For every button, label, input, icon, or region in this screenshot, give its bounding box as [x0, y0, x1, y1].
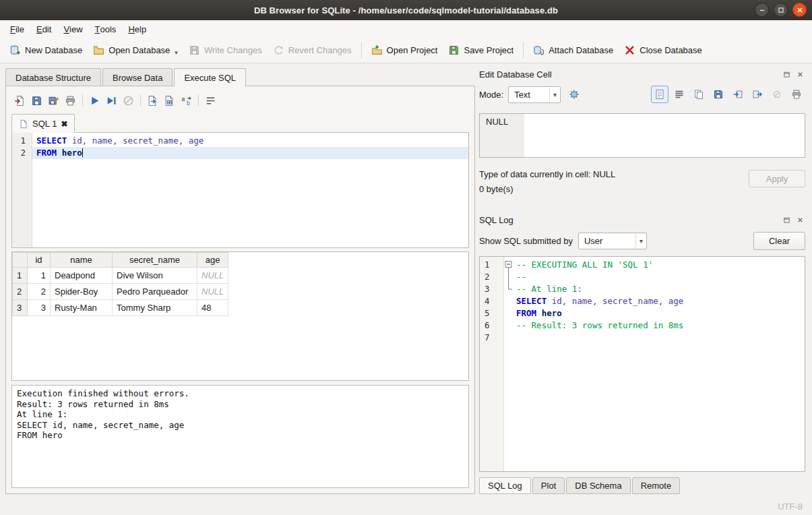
- line-number: 2: [485, 271, 503, 283]
- chevron-down-icon: ▾: [175, 49, 178, 56]
- table-cell[interactable]: Tommy Sharp: [113, 300, 197, 316]
- cell-info-row: Type of data currently in cell: NULL 0 b…: [479, 167, 805, 206]
- column-header-secret-name[interactable]: secret_name: [113, 253, 197, 268]
- tab-execute-sql[interactable]: Execute SQL: [174, 68, 246, 86]
- export-cell-button[interactable]: [749, 86, 766, 103]
- new-database-button[interactable]: New Database: [4, 41, 88, 59]
- log-fold-margin[interactable]: [504, 257, 515, 471]
- table-cell[interactable]: 48: [197, 300, 228, 316]
- clear-button[interactable]: Clear: [753, 232, 805, 250]
- open-sql-file-icon: [14, 95, 26, 107]
- toolbar-separator: [198, 94, 199, 107]
- fold-empty: [504, 320, 515, 332]
- table-cell[interactable]: Pedro Parqueador: [113, 284, 197, 300]
- print-button[interactable]: [62, 92, 79, 109]
- close-tab-icon[interactable]: ✖: [61, 119, 67, 129]
- table-cell[interactable]: NULL: [197, 284, 228, 300]
- float-panel-icon[interactable]: [782, 69, 792, 80]
- table-cell[interactable]: 2: [28, 284, 51, 300]
- log-filter-select[interactable]: User ▾: [578, 233, 647, 249]
- titlebar[interactable]: DB Browser for SQLite - /home/user/code/…: [0, 0, 812, 20]
- export-sql-button[interactable]: [144, 92, 161, 109]
- tab-remote[interactable]: Remote: [632, 477, 681, 494]
- save-results-button[interactable]: [161, 92, 178, 109]
- stop-button[interactable]: [120, 92, 137, 109]
- tab-sql-log[interactable]: SQL Log: [479, 477, 531, 494]
- execute-current-line-button[interactable]: [103, 92, 120, 109]
- tab-db-schema[interactable]: DB Schema: [566, 477, 630, 494]
- editor-line[interactable]: SELECT id, name, secret_name, age: [32, 135, 468, 147]
- edit-cell-settings-button[interactable]: [565, 86, 583, 103]
- column-header-name[interactable]: name: [51, 253, 113, 268]
- print-cell-button[interactable]: [788, 86, 805, 103]
- cell-value-editor[interactable]: NULL: [479, 113, 805, 158]
- save-sql-as-icon: [48, 95, 59, 107]
- table-cell[interactable]: Spider-Boy: [51, 284, 113, 300]
- save-sql-as-button[interactable]: [45, 92, 62, 109]
- set-null-button[interactable]: [768, 86, 786, 103]
- edit-cell-title: Edit Database Cell: [479, 69, 778, 80]
- table-cell[interactable]: Deadpond: [51, 268, 113, 284]
- line-number: 2: [12, 147, 26, 159]
- sql-log-header: SQL Log: [479, 212, 805, 228]
- new-database-icon: [9, 44, 21, 56]
- svg-text:b: b: [187, 100, 190, 107]
- close-log-panel-icon[interactable]: [795, 215, 805, 225]
- open-sql-file-button[interactable]: [11, 92, 28, 109]
- execution-message: Execution finished without errors. Resul…: [11, 385, 469, 488]
- row-number: 1: [13, 268, 28, 284]
- save-sql-file-button[interactable]: [28, 92, 45, 109]
- menu-help[interactable]: Help: [122, 20, 152, 38]
- word-wrap-button[interactable]: [202, 92, 219, 109]
- find-replace-button[interactable]: ab: [178, 92, 195, 109]
- attach-database-button[interactable]: Attach Database: [528, 41, 619, 59]
- sql-editor[interactable]: 12 SELECT id, name, secret_name, ageFROM…: [11, 132, 469, 248]
- write-changes-button[interactable]: Write Changes: [183, 41, 268, 59]
- line-number: 7: [485, 332, 503, 344]
- editor-code-area[interactable]: SELECT id, name, secret_name, ageFROM he…: [32, 133, 468, 247]
- save-cell-button[interactable]: [710, 86, 727, 103]
- right-panel: Edit Database Cell Mode: Text ▾ NULL: [478, 63, 812, 497]
- tab-plot[interactable]: Plot: [532, 477, 565, 494]
- close-panel-icon[interactable]: [795, 69, 805, 80]
- open-project-button[interactable]: Open Project: [366, 41, 443, 59]
- svg-text:a: a: [182, 95, 185, 102]
- copy-button[interactable]: [690, 86, 708, 103]
- maximize-button[interactable]: [774, 3, 788, 17]
- menu-edit[interactable]: Edit: [30, 20, 57, 38]
- execute-all-button[interactable]: [86, 92, 103, 109]
- column-header-id[interactable]: id: [28, 253, 51, 268]
- table-cell[interactable]: 3: [28, 300, 51, 316]
- print-cell-icon: [791, 89, 802, 100]
- file-icon: [19, 119, 28, 129]
- apply-button[interactable]: Apply: [749, 170, 805, 187]
- import-cell-button[interactable]: [729, 86, 747, 103]
- close-button[interactable]: [792, 3, 807, 17]
- float-log-panel-icon[interactable]: [782, 215, 792, 225]
- text-document-button[interactable]: [651, 86, 668, 103]
- log-line: SELECT id, name, secret_name, age: [515, 295, 805, 307]
- word-wrap-icon: [205, 95, 216, 107]
- save-cell-icon: [713, 89, 724, 100]
- editor-line[interactable]: FROM hero: [32, 147, 468, 159]
- mode-select[interactable]: Text ▾: [508, 86, 561, 103]
- save-project-button[interactable]: Save Project: [443, 41, 519, 59]
- open-database-button[interactable]: Open Database▾: [88, 41, 183, 59]
- menu-file[interactable]: File: [4, 20, 30, 38]
- tab-database-structure[interactable]: Database Structure: [5, 68, 101, 86]
- table-cell[interactable]: 1: [28, 268, 51, 284]
- export-cell-icon: [752, 89, 763, 100]
- sql-tab[interactable]: SQL 1 ✖: [11, 114, 75, 133]
- table-cell[interactable]: Rusty-Man: [51, 300, 113, 316]
- close-database-button[interactable]: Close Database: [619, 41, 708, 59]
- table-cell[interactable]: NULL: [197, 268, 228, 284]
- minimize-button[interactable]: [755, 3, 769, 17]
- column-header-age[interactable]: age: [197, 253, 228, 268]
- log-line: -- Result: 3 rows returned in 8ms: [515, 320, 805, 332]
- tab-browse-data[interactable]: Browse Data: [102, 68, 173, 86]
- table-cell[interactable]: Dive Wilson: [113, 268, 197, 284]
- menu-tools[interactable]: Tools: [89, 20, 123, 38]
- revert-changes-button[interactable]: Revert Changes: [268, 41, 357, 59]
- indent-button[interactable]: [670, 86, 688, 103]
- menu-view[interactable]: View: [57, 20, 88, 38]
